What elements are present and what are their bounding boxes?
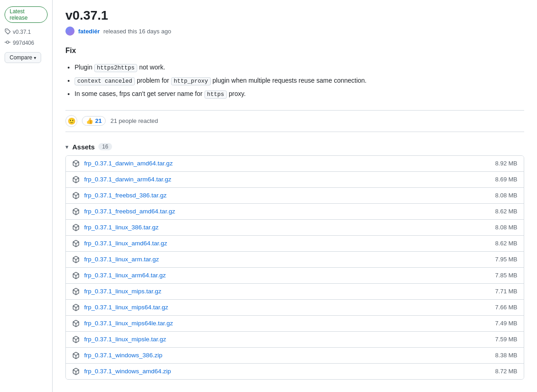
asset-size: 8.69 MB bbox=[495, 176, 517, 183]
asset-row: frp_0.37.1_linux_386.tar.gz8.08 MB bbox=[66, 220, 524, 236]
asset-left: frp_0.37.1_freebsd_amd64.tar.gz bbox=[72, 208, 175, 215]
package-icon bbox=[72, 240, 80, 247]
package-icon bbox=[72, 368, 80, 375]
asset-link[interactable]: frp_0.37.1_linux_arm64.tar.gz bbox=[84, 272, 166, 279]
asset-row: frp_0.37.1_freebsd_amd64.tar.gz8.62 MB bbox=[66, 204, 524, 220]
sidebar-commit-row: 997d406 bbox=[5, 39, 48, 47]
compare-label: Compare bbox=[10, 54, 32, 61]
asset-left: frp_0.37.1_linux_mipsle.tar.gz bbox=[72, 336, 166, 343]
assets-toggle[interactable]: ▾ bbox=[65, 143, 69, 150]
fix-item-1: Plugin https2https not work. bbox=[75, 62, 524, 73]
add-reaction-button[interactable]: 🙂 bbox=[65, 115, 77, 127]
asset-link[interactable]: frp_0.37.1_linux_arm.tar.gz bbox=[84, 256, 159, 263]
asset-row: frp_0.37.1_linux_mipsle.tar.gz7.59 MB bbox=[66, 332, 524, 348]
asset-size: 8.08 MB bbox=[495, 192, 517, 199]
asset-size: 8.72 MB bbox=[495, 368, 517, 375]
asset-size: 7.95 MB bbox=[495, 256, 517, 263]
asset-link[interactable]: frp_0.37.1_freebsd_386.tar.gz bbox=[84, 192, 166, 199]
asset-left: frp_0.37.1_linux_arm.tar.gz bbox=[72, 256, 159, 263]
asset-left: frp_0.37.1_windows_amd64.zip bbox=[72, 368, 171, 375]
asset-size: 7.49 MB bbox=[495, 320, 517, 327]
sidebar-tag-row: v0.37.1 bbox=[5, 28, 48, 36]
code-https2https: https2https bbox=[94, 64, 138, 72]
package-icon bbox=[72, 224, 80, 231]
release-meta: fatediér released this 16 days ago bbox=[65, 26, 524, 36]
asset-link[interactable]: frp_0.37.1_linux_mips64.tar.gz bbox=[84, 304, 168, 311]
assets-list: frp_0.37.1_darwin_amd64.tar.gz8.92 MB fr… bbox=[65, 155, 524, 380]
asset-size: 8.92 MB bbox=[495, 160, 517, 167]
asset-link[interactable]: frp_0.37.1_windows_amd64.zip bbox=[84, 368, 171, 375]
asset-size: 7.85 MB bbox=[495, 272, 517, 279]
asset-row: frp_0.37.1_linux_arm.tar.gz7.95 MB bbox=[66, 252, 524, 268]
asset-left: frp_0.37.1_linux_mips.tar.gz bbox=[72, 288, 161, 295]
tag-icon bbox=[5, 28, 11, 36]
fix-item-2: context canceled problem for http_proxy … bbox=[75, 75, 524, 86]
reactions-section: 🙂 👍 21 21 people reacted bbox=[65, 110, 524, 132]
package-icon bbox=[72, 288, 80, 295]
asset-row: frp_0.37.1_freebsd_386.tar.gz8.08 MB bbox=[66, 188, 524, 204]
package-icon bbox=[72, 320, 80, 327]
asset-link[interactable]: frp_0.37.1_linux_mips64le.tar.gz bbox=[84, 320, 173, 327]
compare-button[interactable]: Compare ▾ bbox=[5, 52, 41, 63]
asset-left: frp_0.37.1_darwin_amd64.tar.gz bbox=[72, 160, 173, 167]
asset-left: frp_0.37.1_linux_386.tar.gz bbox=[72, 224, 159, 231]
asset-row: frp_0.37.1_linux_mips64.tar.gz7.66 MB bbox=[66, 300, 524, 316]
asset-size: 7.66 MB bbox=[495, 304, 517, 311]
asset-link[interactable]: frp_0.37.1_linux_mips.tar.gz bbox=[84, 288, 161, 295]
asset-link[interactable]: frp_0.37.1_linux_mipsle.tar.gz bbox=[84, 336, 166, 343]
sidebar-tag: v0.37.1 bbox=[13, 29, 31, 35]
avatar bbox=[65, 26, 75, 36]
package-icon bbox=[72, 336, 80, 343]
asset-left: frp_0.37.1_darwin_arm64.tar.gz bbox=[72, 176, 172, 183]
reaction-text: 21 people reacted bbox=[110, 117, 158, 124]
sidebar: Latest release v0.37.1 997d406 Compare ▾ bbox=[0, 0, 53, 392]
release-date-text: released this 16 days ago bbox=[103, 28, 171, 35]
asset-link[interactable]: frp_0.37.1_linux_386.tar.gz bbox=[84, 224, 159, 231]
fix-section-title: Fix bbox=[65, 45, 524, 57]
code-context-canceled: context canceled bbox=[75, 77, 135, 85]
thumbs-up-reaction[interactable]: 👍 21 bbox=[82, 116, 106, 126]
package-icon bbox=[72, 208, 80, 215]
asset-left: frp_0.37.1_linux_arm64.tar.gz bbox=[72, 272, 166, 279]
release-notes: Fix Plugin https2https not work. context… bbox=[65, 45, 524, 99]
asset-size: 8.62 MB bbox=[495, 240, 517, 247]
asset-link[interactable]: frp_0.37.1_freebsd_amd64.tar.gz bbox=[84, 208, 175, 215]
package-icon bbox=[72, 160, 80, 167]
release-title: v0.37.1 bbox=[65, 8, 524, 23]
asset-row: frp_0.37.1_windows_386.zip8.38 MB bbox=[66, 348, 524, 364]
asset-size: 8.38 MB bbox=[495, 352, 517, 359]
asset-left: frp_0.37.1_freebsd_386.tar.gz bbox=[72, 192, 166, 199]
asset-row: frp_0.37.1_linux_mips.tar.gz7.71 MB bbox=[66, 284, 524, 300]
thumbs-count: 21 bbox=[95, 117, 102, 124]
asset-size: 8.08 MB bbox=[495, 224, 517, 231]
asset-left: frp_0.37.1_linux_mips64.tar.gz bbox=[72, 304, 168, 311]
package-icon bbox=[72, 272, 80, 279]
asset-link[interactable]: frp_0.37.1_darwin_amd64.tar.gz bbox=[84, 160, 173, 167]
fix-list: Plugin https2https not work. context can… bbox=[65, 62, 524, 99]
asset-row: frp_0.37.1_linux_mips64le.tar.gz7.49 MB bbox=[66, 316, 524, 332]
fix-item-3: In some cases, frps can't get server nam… bbox=[75, 89, 524, 99]
asset-left: frp_0.37.1_linux_amd64.tar.gz bbox=[72, 240, 167, 247]
asset-row: frp_0.37.1_linux_amd64.tar.gz8.62 MB bbox=[66, 236, 524, 252]
latest-release-badge[interactable]: Latest release bbox=[5, 6, 48, 23]
asset-link[interactable]: frp_0.37.1_darwin_arm64.tar.gz bbox=[84, 176, 172, 183]
asset-left: frp_0.37.1_windows_386.zip bbox=[72, 352, 162, 359]
asset-row: frp_0.37.1_linux_arm64.tar.gz7.85 MB bbox=[66, 268, 524, 284]
asset-size: 7.59 MB bbox=[495, 336, 517, 343]
package-icon bbox=[72, 352, 80, 359]
chevron-down-icon: ▾ bbox=[34, 55, 36, 60]
code-http-proxy: http_proxy bbox=[171, 77, 211, 85]
asset-left: frp_0.37.1_linux_mips64le.tar.gz bbox=[72, 320, 173, 327]
asset-link[interactable]: frp_0.37.1_linux_amd64.tar.gz bbox=[84, 240, 167, 247]
package-icon bbox=[72, 256, 80, 263]
assets-header: ▾ Assets 16 bbox=[65, 143, 524, 151]
main-content: v0.37.1 fatediér released this 16 days a… bbox=[53, 0, 537, 392]
package-icon bbox=[72, 176, 80, 183]
author-link[interactable]: fatediér bbox=[78, 28, 100, 35]
package-icon bbox=[72, 304, 80, 311]
commit-icon bbox=[5, 39, 11, 47]
package-icon bbox=[72, 192, 80, 199]
asset-row: frp_0.37.1_darwin_arm64.tar.gz8.69 MB bbox=[66, 172, 524, 188]
asset-row: frp_0.37.1_windows_amd64.zip8.72 MB bbox=[66, 364, 524, 379]
asset-link[interactable]: frp_0.37.1_windows_386.zip bbox=[84, 352, 162, 359]
